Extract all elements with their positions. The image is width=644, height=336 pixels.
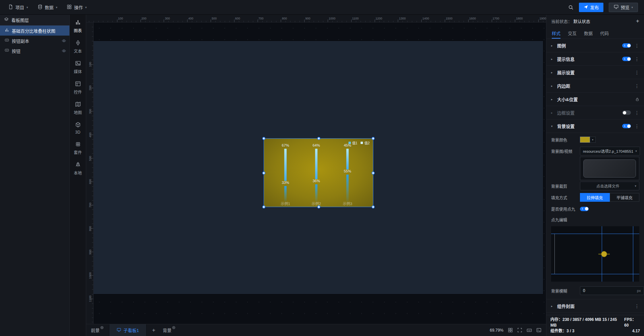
toolbox-map[interactable]: 地图 — [70, 98, 86, 118]
caret-right-icon: ▸ — [551, 111, 554, 114]
toolbox-text[interactable]: 文本 — [70, 37, 86, 57]
fit-screen-icon[interactable] — [517, 328, 522, 333]
layer-item-stacked-bar-chart[interactable]: 基础百分比堆叠柱状图 — [0, 26, 69, 36]
add-board-button[interactable]: + — [152, 327, 155, 334]
nine-patch-guide-right[interactable] — [633, 226, 633, 282]
menu-project[interactable]: 项目 ▾ — [3, 0, 33, 14]
section-legend[interactable]: ▸ 图例 1 ⋮ — [546, 39, 644, 52]
toolbox-label: 3D — [75, 130, 80, 135]
ruler-tick: 300 — [164, 19, 164, 22]
background-color-swatch[interactable] — [580, 137, 590, 143]
publish-button[interactable]: 发布 — [579, 3, 603, 12]
layer-item-button[interactable]: 按钮 — [0, 46, 69, 56]
legend-swatch — [361, 142, 363, 144]
tab-code[interactable]: 代码 — [600, 28, 609, 39]
foreground-tab[interactable]: 前景 — [91, 327, 104, 333]
preview-button[interactable]: 预览 ▾ — [609, 3, 638, 12]
search-icon[interactable] — [568, 5, 574, 10]
keyboard-shortcuts-icon[interactable] — [527, 328, 532, 333]
board-tabs-bar: 前景 子看板1 + 背景 — [86, 324, 546, 336]
ruler-tick: 1300 — [398, 19, 398, 22]
cube-icon — [75, 122, 81, 129]
legend-toggle[interactable]: 1 — [622, 43, 631, 48]
canvas-area: 1002003004005006007008009001000110012001… — [86, 15, 546, 336]
section-border-settings[interactable]: ▸ 边框设置 1 ⋮ — [546, 106, 644, 119]
nine-patch-editor[interactable] — [551, 226, 639, 282]
fps-value: 60 — [624, 323, 629, 328]
resize-handle-nw[interactable] — [262, 137, 265, 140]
background-image-select[interactable]: resources/选项2.p_17048551 ▾ — [580, 147, 640, 155]
fill-tile-button[interactable]: 平铺填充 — [610, 193, 640, 202]
tooltip-toggle[interactable]: 1 — [622, 57, 631, 61]
section-menu-icon[interactable]: ⋮ — [635, 124, 639, 129]
toolbox-charts[interactable]: 图表 — [70, 16, 86, 37]
nine-patch-toggle[interactable]: 1 — [580, 207, 589, 211]
publish-label: 发布 — [590, 4, 599, 10]
background-image-preview[interactable] — [580, 157, 639, 180]
ruler-horizontal[interactable]: 1002003004005006007008009001000110012001… — [86, 15, 546, 22]
circle-plus-icon[interactable] — [100, 326, 104, 329]
visibility-icon[interactable] — [62, 39, 66, 43]
state-value[interactable]: 默认状态 — [574, 18, 590, 25]
add-state-button[interactable]: + — [636, 18, 639, 25]
tab-style[interactable]: 样式 — [552, 28, 560, 39]
toolbox-kit[interactable]: 套件 — [70, 138, 86, 158]
ruler-tick: 600 — [234, 19, 234, 22]
section-menu-icon[interactable]: ⋮ — [635, 57, 639, 61]
resize-handle-ne[interactable] — [372, 137, 375, 140]
resize-handle-e[interactable] — [372, 172, 375, 175]
nine-patch-edit-label: 点九编辑 — [551, 215, 639, 224]
border-toggle[interactable]: 1 — [622, 110, 631, 115]
section-padding[interactable]: ▸ 内边距 ⋮ — [546, 79, 644, 93]
section-background-settings[interactable]: ▾ 背景设置 1 ⋮ — [546, 119, 644, 133]
section-size-position[interactable]: ▸ 大小&位置 — [546, 93, 644, 106]
section-component-cover[interactable]: ▸ 组件封面 ⋮ — [546, 299, 644, 313]
background-crop-select[interactable]: 点击选择文件 ▾ — [580, 182, 639, 190]
bar-value-label: 67% — [282, 143, 289, 147]
color-dropdown-button[interactable]: ▾ — [590, 137, 596, 143]
section-menu-icon[interactable]: ⋮ — [635, 70, 639, 75]
resize-handle-se[interactable] — [372, 205, 375, 208]
nine-patch-guide-top[interactable] — [551, 234, 639, 234]
category-label: 示例1 — [281, 201, 290, 206]
subboard-tab[interactable]: 子看板1 — [109, 324, 147, 336]
ruler-tick: 1200 — [375, 19, 375, 22]
background-tab[interactable]: 背景 — [163, 327, 175, 333]
tab-data[interactable]: 数据 — [584, 28, 593, 39]
section-menu-icon[interactable]: ⋮ — [635, 304, 639, 308]
subboard-tab-label: 子看板1 — [123, 327, 139, 333]
resize-handle-s[interactable] — [317, 205, 320, 208]
menu-actions[interactable]: 操作 ▾ — [62, 0, 92, 14]
section-tooltip[interactable]: ▸ 提示信息 1 ⋮ — [546, 52, 644, 66]
lock-icon[interactable] — [635, 97, 639, 101]
nine-patch-guide-bottom[interactable] — [551, 274, 639, 274]
fill-stretch-button[interactable]: 拉伸填充 — [580, 193, 610, 202]
section-display-settings[interactable]: ▸ 展示设置 ⋮ — [546, 66, 644, 79]
circle-plus-icon[interactable] — [172, 326, 175, 329]
tab-interaction[interactable]: 交互 — [568, 28, 577, 39]
toolbox-controls[interactable]: 控件 — [70, 78, 86, 98]
chevron-down-icon: ▾ — [633, 184, 636, 188]
toolbox-media[interactable]: 媒体 — [70, 57, 86, 78]
zoom-level[interactable]: 69.79% — [490, 328, 503, 333]
ruler-vertical[interactable]: 10020030040050060070080090010001100 — [86, 22, 94, 324]
canvas-viewport[interactable]: 67%33%示例164%36%示例245%55%示例3 值1 值2 — [94, 22, 546, 324]
background-toggle[interactable]: 1 — [622, 124, 631, 128]
visibility-icon[interactable] — [62, 49, 66, 53]
resize-handle-sw[interactable] — [262, 205, 265, 208]
menu-data[interactable]: 数据 ▾ — [33, 0, 62, 14]
toolbox-3d[interactable]: 3D — [70, 118, 86, 138]
grid-view-icon[interactable] — [508, 328, 513, 333]
selected-chart-component[interactable]: 67%33%示例164%36%示例245%55%示例3 值1 值2 — [264, 139, 373, 207]
project-icon — [8, 4, 13, 10]
nine-patch-handle[interactable] — [601, 251, 607, 257]
console-icon[interactable] — [536, 328, 541, 333]
section-menu-icon[interactable]: ⋮ — [635, 110, 639, 115]
toolbox-local[interactable]: 本地 — [70, 158, 86, 179]
section-menu-icon[interactable]: ⋮ — [635, 84, 639, 88]
resize-handle-n[interactable] — [317, 137, 320, 140]
resize-handle-w[interactable] — [262, 172, 265, 175]
background-blur-input[interactable] — [583, 288, 635, 293]
section-menu-icon[interactable]: ⋮ — [635, 43, 639, 48]
layer-item-button-copy[interactable]: 按钮副本 — [0, 36, 69, 46]
